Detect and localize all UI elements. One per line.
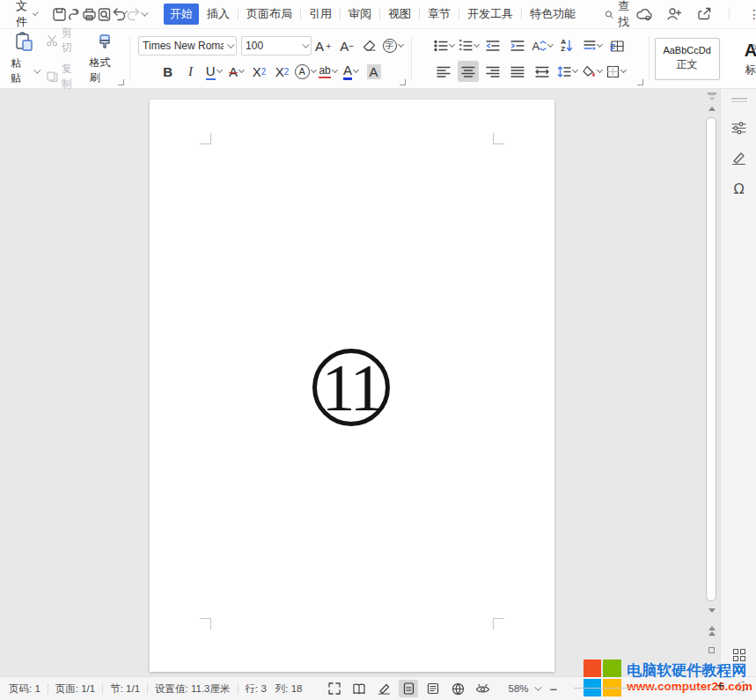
zoom-level-value[interactable]: 58% [508,683,528,694]
previous-page-button[interactable] [703,626,720,636]
paste-button[interactable]: 粘贴 [11,31,39,86]
redo-button[interactable] [125,4,141,25]
invite-user-button[interactable] [664,4,685,25]
status-column: 列: 18 [275,682,303,696]
borders-button[interactable] [606,61,627,82]
copy-button[interactable]: 复制 [46,62,83,92]
vertical-scrollbar[interactable] [703,89,720,676]
cut-button[interactable]: 剪切 [46,26,83,55]
tab-page-layout[interactable]: 页面布局 [240,4,298,25]
select-browse-object-button[interactable] [703,647,720,653]
tab-special-features[interactable]: 特色功能 [524,4,582,25]
superscript-button[interactable]: X2 [249,61,270,82]
web-layout-button[interactable] [448,680,467,697]
properties-panel-button[interactable] [721,121,756,136]
tab-view[interactable]: 视图 [382,4,417,25]
file-menu[interactable]: 文件 [11,0,41,29]
tab-developer[interactable]: 开发工具 [461,4,519,25]
tab-review[interactable]: 审阅 [342,4,378,25]
export-button[interactable] [67,4,82,25]
font-size-combobox[interactable]: 100 [241,36,312,55]
status-setting-value[interactable]: 设置值: 11.3厘米 [155,682,230,696]
subscript-button[interactable]: X2 [272,61,293,82]
customize-quick-toolbar-button[interactable] [141,4,146,25]
shading-button[interactable] [581,61,602,82]
paragraph-dialog-launcher[interactable] [637,79,643,85]
ink-mode-button[interactable] [374,680,393,697]
share-button[interactable] [694,4,715,25]
status-section[interactable]: 节: 1/1 [110,682,140,696]
ruler-toggle-button[interactable] [703,92,720,100]
text-effects-button[interactable]: A [295,61,316,82]
format-painter-button[interactable]: 格式刷 [90,32,121,85]
character-shading-button[interactable]: A [363,61,385,82]
outline-view-button[interactable] [423,680,443,697]
line-spacing-button[interactable] [556,61,577,82]
symbols-panel-button[interactable]: Ω [721,181,756,197]
eye-protection-button[interactable] [473,680,492,697]
zoom-in-button[interactable]: + [716,678,724,694]
sort-arrow-icon [566,40,573,52]
ink-annotation-button[interactable] [721,151,756,166]
status-page-number[interactable]: 页码: 1 [9,682,40,696]
cloud-sync-button[interactable] [634,4,655,25]
style-heading[interactable]: Aa 标题 [723,38,756,80]
zoom-out-button[interactable]: − [550,682,558,696]
tab-home[interactable]: 开始 [164,4,199,25]
task-pane-toggle-button[interactable] [721,649,756,661]
font-dialog-launcher[interactable] [400,79,406,85]
font-name-combobox[interactable]: Times New Roma [138,36,237,55]
highlight-color-button[interactable]: ab [318,61,339,82]
style-body-text[interactable]: AaBbCcDd 正文 [655,38,720,80]
align-center-button[interactable] [458,61,479,82]
justify-button[interactable] [507,61,528,82]
find-button[interactable]: 查找 [605,0,634,30]
font-color-button[interactable]: A [341,61,362,82]
underline-button[interactable]: U [203,61,224,82]
clear-format-button[interactable] [359,35,380,56]
tab-section[interactable]: 章节 [422,4,457,25]
sort-button[interactable]: AZ [556,35,577,56]
save-icon [52,7,67,22]
character-scale-button[interactable]: A [532,35,553,56]
read-mode-button[interactable] [349,680,369,697]
paragraph-layout-button[interactable] [581,35,602,56]
align-right-button[interactable] [482,61,503,82]
decrease-font-button[interactable]: A− [336,35,357,56]
status-page-count[interactable]: 页面: 1/1 [55,682,95,696]
document-page[interactable]: 11 [150,99,554,672]
scrollbar-thumb[interactable] [706,117,716,601]
italic-button[interactable]: I [180,61,202,82]
scroll-down-button[interactable] [703,608,720,613]
numbered-list-button[interactable] [458,35,479,56]
enclosed-character[interactable]: 11 [312,349,390,426]
align-left-button[interactable] [433,61,454,82]
zoom-dropdown-icon[interactable] [534,683,541,690]
pinyin-guide-button[interactable]: 字 [382,35,403,56]
text-tool-button[interactable]: F [606,35,627,56]
distribute-text-button[interactable] [532,61,553,82]
fit-page-button[interactable] [738,682,747,691]
sidebar-drag-handle[interactable] [721,96,756,104]
bold-button[interactable]: B [158,61,179,82]
save-button[interactable] [52,4,67,25]
print-button[interactable] [82,4,97,25]
increase-indent-button[interactable] [507,35,528,56]
tab-references[interactable]: 引用 [303,4,338,25]
print-preview-button[interactable] [97,4,112,25]
zoom-slider-track[interactable] [574,688,720,689]
increase-font-button[interactable]: A＋ [313,35,334,56]
clipboard-dialog-launcher[interactable] [118,79,124,85]
copy-label: 复制 [62,62,83,92]
bullet-list-button[interactable] [433,35,454,56]
tab-insert[interactable]: 插入 [201,4,236,25]
decrease-indent-button[interactable] [482,35,503,56]
scroll-up-button[interactable] [703,107,720,111]
paste-icon [13,31,36,54]
fullscreen-view-button[interactable] [325,680,344,697]
chevron-down-icon [353,67,359,73]
more-options-button[interactable]: ⋮ [744,4,756,25]
page-view-button[interactable] [399,680,418,697]
strikethrough-button[interactable]: A [226,61,247,82]
ribbon-tabs: 开始 插入 页面布局 引用 审阅 视图 章节 开发工具 特色功能 [164,4,582,25]
